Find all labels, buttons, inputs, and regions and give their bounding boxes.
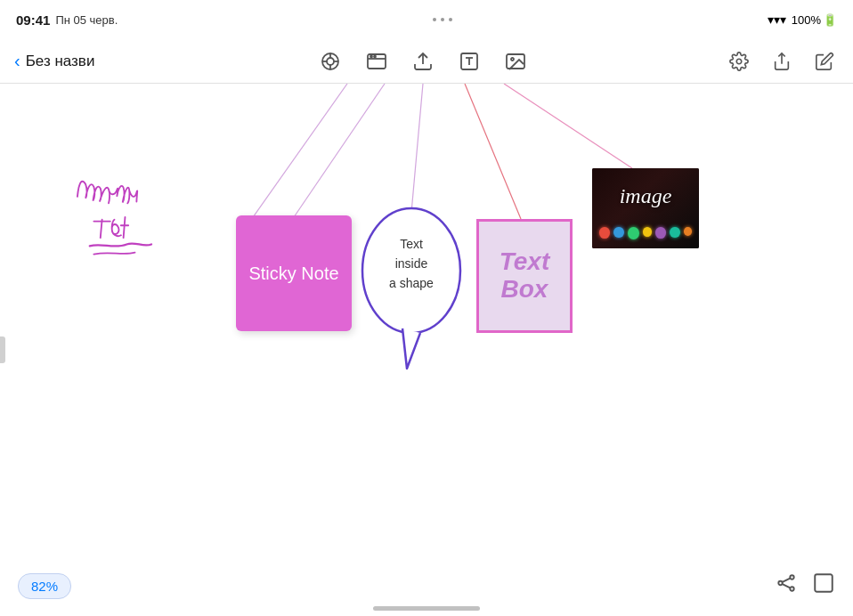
status-right: ▾▾▾ 100% 🔋	[768, 12, 837, 27]
home-indicator	[373, 606, 480, 611]
svg-point-23	[362, 208, 460, 333]
doc-title[interactable]: Без назви	[26, 53, 95, 70]
svg-point-9	[374, 55, 376, 57]
image-placeholder[interactable]: image	[592, 168, 699, 248]
speech-bubble-svg: Text inside a shape	[358, 204, 465, 382]
toolbar-left: ‹ Без назви	[14, 51, 121, 71]
settings-icon[interactable]	[725, 47, 753, 76]
status-bar: 09:41 Пн 05 черв. ▾▾▾ 100% 🔋	[0, 0, 853, 39]
svg-line-19	[294, 84, 385, 217]
share-icon[interactable]	[768, 47, 796, 76]
svg-point-16	[736, 59, 742, 64]
svg-line-20	[411, 84, 423, 213]
page-icon[interactable]	[812, 571, 835, 600]
edit-icon[interactable]	[810, 47, 839, 76]
svg-line-22	[504, 84, 632, 168]
pen-tool-icon[interactable]	[316, 47, 345, 76]
speech-bubble-container[interactable]: Text inside a shape	[358, 204, 465, 382]
dot-2	[441, 18, 444, 21]
sticky-note[interactable]: Sticky Note	[236, 215, 352, 331]
svg-rect-32	[815, 574, 833, 592]
bottom-right-icons	[775, 571, 835, 600]
svg-line-31	[783, 584, 791, 588]
handwritten-svg	[62, 164, 240, 271]
svg-point-1	[327, 58, 334, 65]
dot-3	[449, 18, 452, 21]
svg-line-30	[783, 579, 791, 582]
svg-text:a shape: a shape	[389, 276, 434, 290]
image-inner: image	[592, 168, 699, 248]
wifi-icon: ▾▾▾	[768, 12, 786, 27]
svg-line-21	[465, 84, 521, 219]
toolbar-right	[725, 47, 839, 76]
status-time: 09:41	[16, 12, 50, 28]
dot-1	[433, 18, 436, 21]
battery-icon: 100% 🔋	[792, 13, 837, 27]
svg-point-28	[790, 575, 793, 579]
image-tool-icon[interactable]	[501, 47, 530, 76]
text-tool-icon[interactable]	[455, 47, 483, 76]
svg-text:Text: Text	[400, 237, 423, 251]
toolbar-center	[121, 47, 725, 76]
svg-point-29	[790, 587, 793, 590]
text-box-label: Text Box	[479, 248, 570, 304]
status-center	[433, 18, 452, 21]
svg-point-15	[511, 58, 514, 61]
svg-line-18	[240, 84, 347, 235]
sticky-note-label: Sticky Note	[248, 263, 338, 284]
zoom-badge[interactable]: 82%	[18, 573, 71, 599]
status-left: 09:41 Пн 05 черв.	[16, 12, 118, 28]
upload-tool-icon[interactable]	[409, 47, 437, 76]
sidebar-handle[interactable]	[0, 336, 5, 363]
browser-tool-icon[interactable]	[362, 47, 391, 76]
toolbar: ‹ Без назви	[0, 39, 853, 84]
graph-icon[interactable]	[775, 571, 798, 600]
svg-point-8	[370, 55, 372, 57]
status-date: Пн 05 черв.	[55, 13, 118, 27]
text-box[interactable]: Text Box	[476, 219, 573, 333]
handwritten-text-container	[62, 164, 240, 271]
svg-point-27	[778, 581, 782, 585]
svg-text:inside: inside	[395, 256, 428, 271]
image-text-overlay: image	[620, 184, 672, 208]
canvas[interactable]: Sticky Note Text inside a shape Text Box	[0, 84, 853, 616]
back-button[interactable]: ‹	[14, 51, 20, 71]
